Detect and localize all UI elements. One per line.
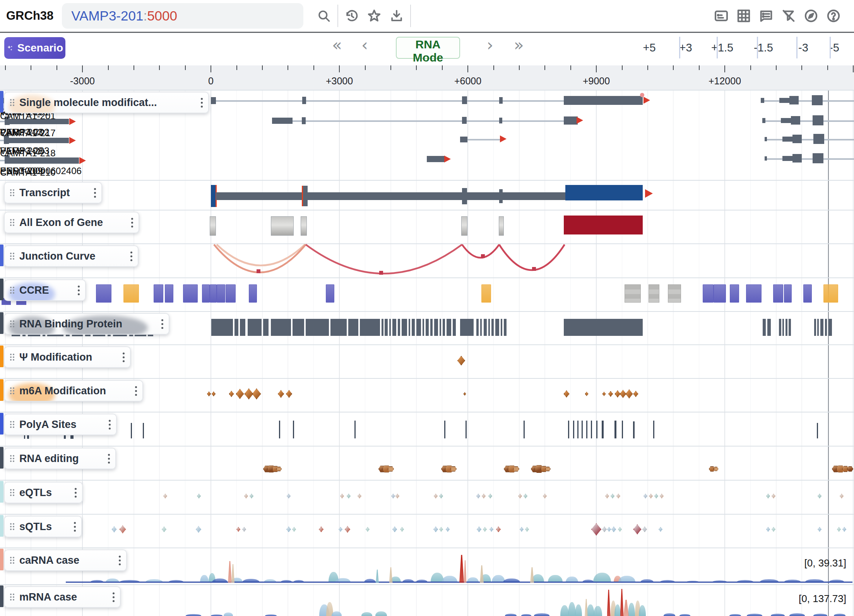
qtl-variant[interactable] [120, 525, 126, 533]
scenario-button[interactable]: Scenario [4, 37, 65, 59]
qtl-variant[interactable] [439, 527, 443, 532]
rbp-binding-bar[interactable] [491, 319, 494, 336]
rbp-binding-bar[interactable] [779, 319, 781, 336]
polya-site-tick[interactable] [293, 421, 294, 438]
modification-diamond[interactable] [585, 392, 589, 396]
annotation-card-icon[interactable] [710, 5, 732, 27]
track-chip-carna-case[interactable]: caRNA case [4, 549, 127, 571]
qtl-variant[interactable] [483, 527, 487, 532]
transcript-exon-box[interactable] [779, 98, 789, 103]
drag-handle-icon[interactable] [10, 354, 14, 361]
qtl-variant[interactable] [391, 494, 395, 498]
help-icon[interactable] [822, 5, 845, 27]
transcript-exon-box[interactable] [792, 135, 802, 143]
qtl-variant[interactable] [818, 527, 821, 532]
drag-handle-icon[interactable] [10, 253, 14, 260]
zoom-button--1.5[interactable]: -1.5 [751, 37, 775, 58]
transcript-exon-box[interactable] [462, 117, 467, 124]
qtl-variant[interactable] [433, 527, 438, 532]
modification-diamond[interactable] [608, 391, 613, 397]
rbp-binding-bar[interactable] [382, 319, 383, 336]
drag-handle-icon[interactable] [10, 557, 14, 564]
qtl-variant[interactable] [611, 494, 614, 498]
back-button[interactable]: ‹ [359, 35, 370, 55]
rbp-binding-bar[interactable] [763, 319, 766, 336]
rbp-binding-bar[interactable] [416, 319, 421, 336]
rbp-binding-bar[interactable] [389, 319, 391, 336]
comment-list-icon[interactable] [755, 5, 777, 27]
drag-handle-icon[interactable] [10, 99, 14, 106]
modification-diamond[interactable] [602, 392, 606, 396]
rbp-binding-bar[interactable] [782, 319, 784, 336]
qtl-variant[interactable] [649, 494, 653, 498]
polya-site-tick[interactable] [577, 421, 578, 438]
rbp-binding-bar[interactable] [430, 319, 433, 336]
drag-handle-icon[interactable] [10, 523, 14, 530]
qtl-variant[interactable] [250, 494, 253, 498]
qtl-variant[interactable] [112, 526, 117, 532]
rbp-binding-bar[interactable] [814, 319, 816, 336]
drag-handle-icon[interactable] [10, 189, 14, 196]
qtl-variant[interactable] [340, 494, 344, 498]
transcript-exon-box[interactable] [765, 137, 767, 141]
grid-icon[interactable] [732, 5, 755, 27]
ccre-element[interactable] [703, 284, 714, 303]
track-chip-sqtls[interactable]: sQTLs [4, 516, 82, 537]
modification-diamond[interactable] [464, 392, 466, 396]
rbp-binding-bar[interactable] [495, 319, 499, 336]
qtl-variant[interactable] [400, 527, 404, 532]
fast-forward-button[interactable]: » [512, 35, 526, 55]
ccre-element[interactable] [784, 284, 792, 303]
transcript-exon-box[interactable] [792, 154, 802, 163]
junction-marker[interactable] [532, 267, 536, 271]
polya-site-tick[interactable] [143, 423, 144, 438]
track-chip-junction-curve[interactable]: Junction Curve [4, 245, 139, 267]
rbp-binding-bar[interactable] [767, 319, 771, 336]
qtl-variant[interactable] [488, 494, 492, 498]
rbp-binding-bar[interactable] [447, 319, 451, 336]
kebab-menu-icon[interactable] [108, 454, 110, 464]
ccre-element[interactable] [96, 284, 111, 303]
ccre-element[interactable] [746, 284, 762, 303]
transcript-exon-box[interactable] [564, 96, 643, 105]
drag-handle-icon[interactable] [10, 594, 14, 601]
kebab-menu-icon[interactable] [201, 98, 203, 108]
kebab-menu-icon[interactable] [161, 319, 163, 329]
transcript-exon-box[interactable] [761, 98, 764, 103]
qtl-variant[interactable] [395, 494, 399, 498]
qtl-variant[interactable] [196, 526, 201, 532]
transcript-exon-box[interactable] [765, 156, 767, 161]
ccre-element-inactive[interactable] [649, 284, 659, 303]
kebab-menu-icon[interactable] [109, 420, 111, 429]
rbp-binding-bar[interactable] [240, 319, 245, 336]
transcript-exon-box[interactable] [302, 117, 306, 124]
kebab-menu-icon[interactable] [123, 352, 125, 362]
track-chip-m6a-mod[interactable]: m6A Modification [4, 380, 143, 402]
track-chip-polya[interactable]: PolyA Sites [4, 414, 117, 435]
polya-site-tick[interactable] [466, 421, 467, 438]
qtl-variant[interactable] [446, 527, 450, 532]
polya-site-tick[interactable] [279, 421, 280, 438]
drag-handle-icon[interactable] [10, 455, 14, 462]
rbp-binding-bar[interactable] [820, 319, 823, 336]
modification-diamond[interactable] [286, 390, 292, 398]
ccre-element-enhancer[interactable] [823, 284, 838, 303]
polya-site-tick[interactable] [817, 423, 818, 438]
rbp-binding-bar[interactable] [434, 319, 438, 336]
drag-handle-icon[interactable] [10, 287, 14, 294]
rbp-binding-bar[interactable] [360, 319, 380, 336]
ccre-element[interactable] [714, 284, 726, 303]
modification-diamond[interactable] [457, 356, 465, 366]
qtl-variant[interactable] [162, 527, 166, 532]
rbp-binding-bar[interactable] [564, 319, 643, 336]
rbp-binding-bar[interactable] [789, 319, 791, 336]
ccre-element[interactable] [165, 284, 173, 303]
transcript-exon-box[interactable] [813, 134, 824, 144]
modification-diamond[interactable] [245, 388, 253, 400]
rbp-binding-bar[interactable] [488, 319, 490, 336]
qtl-variant[interactable] [837, 527, 841, 532]
polya-site-tick[interactable] [633, 421, 635, 438]
rbp-binding-bar[interactable] [402, 319, 407, 336]
rbp-binding-bar[interactable] [440, 319, 441, 336]
ccre-element[interactable] [803, 284, 812, 303]
